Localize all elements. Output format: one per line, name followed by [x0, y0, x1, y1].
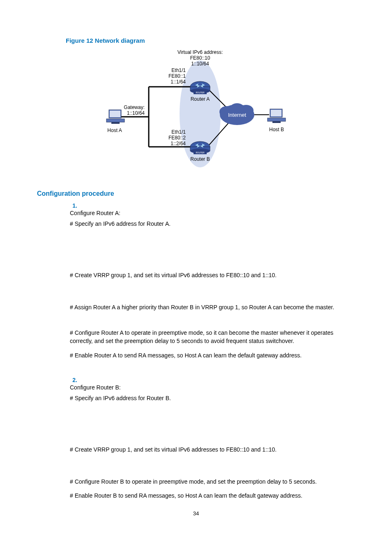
svg-rect-13: [110, 111, 120, 117]
host-a-label: Host A: [107, 127, 122, 133]
svg-rect-17: [271, 110, 281, 116]
step-title: Configure Router A:: [70, 209, 345, 217]
step-text: # Create VRRP group 1, and set its virtu…: [70, 445, 345, 454]
svg-text:ROUTER: ROUTER: [196, 151, 205, 154]
step-text: # Create VRRP group 1, and set its virtu…: [70, 271, 345, 279]
virtual-addr-line2: FE80::10: [190, 55, 210, 61]
gateway-l2: 1::10/64: [127, 110, 145, 116]
page: Figure 12 Network diagram Internet: [0, 0, 392, 533]
step-number: 2.: [66, 377, 77, 383]
router-a-icon: ROUTER: [190, 81, 210, 94]
host-b-icon: [267, 109, 286, 123]
page-number: 34: [0, 510, 392, 517]
section-heading: Configuration procedure: [37, 190, 355, 197]
svg-rect-18: [267, 118, 286, 121]
svg-text:ROUTER: ROUTER: [196, 91, 205, 94]
ra-ip: 1::1/64: [171, 79, 186, 85]
step-text: # Configure Router A to operate in preem…: [70, 329, 345, 345]
internet-label: Internet: [228, 112, 246, 118]
ra-fe: FE80::1: [168, 73, 186, 79]
rb-eth: Eth1/1: [171, 129, 186, 135]
router-b-label: Router B: [190, 156, 210, 162]
virtual-addr-line3: 1::10/64: [191, 61, 209, 67]
step-text: # Enable Router A to send RA messages, s…: [70, 351, 345, 359]
step-text: # Specify an IPv6 address for Router B.: [70, 394, 345, 402]
rb-fe: FE80::2: [168, 135, 186, 141]
ra-eth: Eth1/1: [171, 67, 186, 73]
router-a-label: Router A: [191, 96, 210, 102]
network-diagram: Internet Host A Host B: [101, 48, 291, 180]
step-2: 2. Configure Router B: # Specify an IPv6…: [66, 377, 355, 505]
step-title: Configure Router B:: [70, 383, 345, 392]
virtual-addr-line1: Virtual IPv6 address:: [178, 49, 223, 55]
host-b-label: Host B: [269, 127, 284, 132]
step-text: # Assign Router A a higher priority than…: [70, 303, 345, 311]
router-b-icon: ROUTER: [190, 141, 210, 154]
rb-ip: 1::2/64: [171, 141, 186, 146]
step-text: # Enable Router B to send RA messages, s…: [70, 491, 345, 500]
svg-rect-14: [106, 119, 125, 122]
step-text: # Configure Router B to operate in preem…: [70, 477, 345, 486]
internet-cloud-icon: Internet: [219, 103, 254, 125]
step-number: 1.: [66, 202, 77, 209]
steps-list: 1. Configure Router A: # Specify an IPv6…: [66, 202, 355, 506]
gateway-l1: Gateway:: [124, 104, 145, 110]
figure-caption: Figure 12 Network diagram: [66, 37, 355, 44]
step-1: 1. Configure Router A: # Specify an IPv6…: [66, 202, 355, 377]
step-body: Configure Router B: # Specify an IPv6 ad…: [70, 383, 345, 505]
svg-rect-19: [272, 121, 281, 123]
step-body: Configure Router A: # Specify an IPv6 ad…: [70, 209, 345, 377]
svg-rect-15: [111, 122, 120, 124]
step-text: # Specify an IPv6 address for Router A.: [70, 220, 345, 228]
